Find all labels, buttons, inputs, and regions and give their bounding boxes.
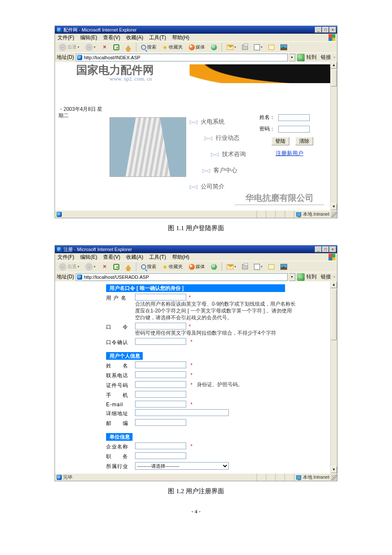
media-button[interactable]: 媒体: [187, 262, 207, 271]
title-bar: 配件网 - Microsoft Internet Explorer _ □ ×: [55, 26, 337, 34]
menu-edit[interactable]: 编辑(E): [80, 254, 97, 261]
history-button[interactable]: [209, 43, 219, 52]
main-menu: ▷◁火电系统 ▷◁行业动态 ▷◁技术咨询 ▷◁客户中心 ▷◁公司简介: [194, 114, 254, 195]
content-area: 国家电力配件网 www. sp2. com. cn ・2003年4月8日 星期二…: [55, 62, 337, 210]
refresh-button[interactable]: [111, 43, 121, 52]
stop-button[interactable]: ✕: [99, 263, 110, 271]
register-link[interactable]: 注册新用户: [276, 150, 303, 156]
scroll-up-icon[interactable]: ▲: [331, 62, 337, 69]
dropdown-arrow-icon: ▾: [94, 265, 95, 269]
minimize-button[interactable]: _: [315, 246, 322, 252]
edit-button[interactable]: ▾: [252, 263, 265, 271]
home-button[interactable]: [123, 263, 133, 270]
password-input[interactable]: [135, 323, 186, 330]
vertical-scrollbar[interactable]: ▲ ▼: [330, 62, 337, 210]
edit-button[interactable]: ▾: [252, 43, 265, 52]
minimize-button[interactable]: _: [315, 27, 322, 33]
password-input[interactable]: [278, 126, 310, 133]
address-input[interactable]: http://localhost/USERADD.ASP: [76, 273, 288, 281]
industry-select[interactable]: ---------请选择---------: [135, 462, 229, 470]
mobile-input[interactable]: [135, 391, 186, 398]
refresh-button[interactable]: [111, 263, 121, 271]
status-text: 完毕: [63, 474, 72, 480]
menu-favorites[interactable]: 收藏(A): [126, 34, 143, 41]
close-button[interactable]: ×: [329, 27, 336, 33]
maximize-button[interactable]: □: [322, 27, 329, 33]
label-username: 用 户 名: [106, 294, 131, 302]
print-button[interactable]: [240, 263, 250, 271]
close-button[interactable]: ×: [329, 246, 336, 252]
address-dropdown[interactable]: ▾: [289, 54, 295, 61]
phone-input[interactable]: [135, 371, 186, 378]
forward-button[interactable]: → ▾: [83, 42, 98, 52]
back-button[interactable]: ← 后退 ▾: [57, 42, 81, 52]
password-label: 密码：: [258, 125, 275, 133]
menu-item-industry-news[interactable]: ▷◁行业动态: [205, 130, 254, 146]
menu-file[interactable]: 文件(F): [58, 34, 74, 41]
scroll-thumb[interactable]: [331, 289, 337, 340]
address-dropdown[interactable]: ▾: [289, 273, 295, 281]
picture-button[interactable]: [278, 263, 289, 271]
search-button[interactable]: 搜索: [139, 262, 159, 271]
discuss-button[interactable]: [266, 43, 277, 51]
menu-favorites[interactable]: 收藏(A): [126, 254, 143, 261]
scroll-up-icon[interactable]: ▲: [331, 281, 337, 288]
favorites-label: 收藏夹: [169, 44, 183, 50]
username-help: 合法的用户名称应该由英文字母、0-9的数字或下划线组成，用户名称长度应在1-20…: [135, 301, 297, 321]
vertical-scrollbar[interactable]: ▲ ▼: [330, 281, 337, 473]
mail-button[interactable]: ▾: [225, 263, 238, 271]
clear-button[interactable]: 清除: [295, 137, 313, 145]
zip-input[interactable]: [135, 419, 186, 426]
idno-input[interactable]: [135, 381, 186, 388]
menu-view[interactable]: 查看(V): [103, 254, 120, 261]
search-button[interactable]: 搜索: [139, 43, 159, 52]
name-input[interactable]: [278, 114, 310, 121]
go-button[interactable]: →: [297, 54, 305, 61]
resize-grip[interactable]: [331, 474, 337, 480]
maximize-button[interactable]: □: [322, 246, 329, 252]
links-label[interactable]: 链接: [320, 54, 332, 61]
username-input[interactable]: [135, 294, 186, 301]
password-confirm-input[interactable]: [135, 338, 186, 345]
go-button[interactable]: →: [297, 273, 305, 281]
history-button[interactable]: [209, 263, 219, 271]
address-input[interactable]: http://localhost/INDEX.ASP: [76, 54, 288, 61]
scroll-down-icon[interactable]: ▼: [331, 203, 337, 210]
menu-item-fire-power[interactable]: ▷◁火电系统: [190, 114, 254, 130]
scroll-thumb[interactable]: [331, 69, 337, 87]
print-button[interactable]: [240, 43, 250, 51]
resize-grip[interactable]: [331, 211, 337, 217]
discuss-button[interactable]: [266, 263, 277, 271]
menu-file[interactable]: 文件(F): [58, 254, 74, 261]
title-bar: 注册 - Microsoft Internet Explorer _ □ ×: [55, 246, 337, 253]
email-input[interactable]: [135, 401, 186, 408]
menu-help[interactable]: 帮助(H): [172, 34, 190, 41]
menu-tools[interactable]: 工具(T): [149, 34, 166, 41]
favorites-button[interactable]: ★收藏夹: [160, 43, 185, 52]
menu-item-tech-consult[interactable]: ▷◁技术咨询: [211, 146, 254, 162]
address-input[interactable]: [135, 409, 229, 416]
menu-help[interactable]: 帮助(H): [172, 254, 190, 261]
name-input[interactable]: [135, 361, 186, 368]
position-input[interactable]: [135, 452, 186, 459]
menu-edit[interactable]: 编辑(E): [80, 34, 97, 41]
home-button[interactable]: [123, 44, 133, 51]
company-input[interactable]: [135, 442, 186, 449]
menu-view[interactable]: 查看(V): [103, 34, 120, 41]
search-icon: [141, 45, 146, 50]
login-button[interactable]: 登陆: [271, 137, 289, 145]
scroll-down-icon[interactable]: ▼: [331, 466, 337, 473]
links-label[interactable]: 链接: [320, 273, 332, 280]
menu-item-customer-center[interactable]: ▷◁客户中心: [202, 162, 254, 179]
url-text: http://localhost/INDEX.ASP: [84, 55, 141, 60]
media-button[interactable]: 媒体: [187, 43, 207, 52]
favorites-button[interactable]: ★收藏夹: [160, 262, 185, 272]
star-icon: ★: [162, 44, 168, 51]
picture-button[interactable]: [278, 43, 289, 52]
back-button[interactable]: ← 后退 ▾: [57, 262, 81, 272]
stop-button[interactable]: ✕: [99, 43, 110, 52]
mail-button[interactable]: ▾: [225, 43, 238, 51]
menu-label: 行业动态: [216, 134, 239, 142]
forward-button[interactable]: → ▾: [83, 262, 98, 272]
menu-tools[interactable]: 工具(T): [149, 254, 166, 261]
